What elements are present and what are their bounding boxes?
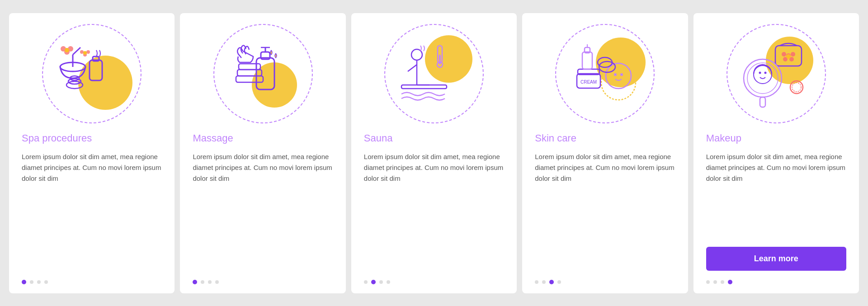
dots-row-makeup	[706, 280, 732, 284]
card-body-massage: Lorem ipsum dolor sit dim amet, mea regi…	[193, 151, 333, 271]
dots-row-skincare	[535, 280, 561, 284]
dot-0	[364, 280, 368, 284]
dot-active	[728, 280, 732, 284]
card-body-spa: Lorem ipsum dolor sit dim amet, mea regi…	[22, 151, 162, 271]
dashed-border-skincare	[555, 24, 655, 123]
dot-active	[371, 280, 376, 284]
dot-0	[535, 280, 538, 284]
card-title-skincare: Skin care	[535, 132, 675, 144]
dashed-border-massage	[213, 24, 313, 123]
card-makeup: Makeup Lorem ipsum dolor sit dim amet, m…	[693, 13, 859, 293]
card-spa: Spa procedures Lorem ipsum dolor sit dim…	[9, 13, 175, 293]
dots-row-spa	[22, 280, 48, 284]
dot-active	[193, 280, 197, 284]
icon-area-makeup	[706, 24, 846, 123]
icon-wrap-sauna	[384, 24, 484, 123]
dot-0	[706, 280, 710, 284]
dot-active	[549, 280, 554, 284]
dots-row-sauna	[364, 280, 390, 284]
dashed-border-spa	[42, 24, 142, 123]
icon-area-spa	[22, 24, 162, 123]
dot-1	[542, 280, 546, 284]
dot-3	[387, 280, 390, 284]
card-body-makeup: Lorem ipsum dolor sit dim amet, mea regi…	[706, 151, 846, 240]
card-title-massage: Massage	[193, 132, 333, 144]
dots-row-massage	[193, 280, 219, 284]
card-body-sauna: Lorem ipsum dolor sit dim amet, mea regi…	[364, 151, 504, 271]
icon-wrap-massage	[213, 24, 313, 123]
dot-1	[713, 280, 717, 284]
dot-1	[201, 280, 204, 284]
card-skincare: CREAM Skin care Lorem ipsum dolor sit di…	[522, 13, 688, 293]
dot-3	[44, 280, 48, 284]
dot-2	[208, 280, 212, 284]
dashed-border-makeup	[726, 24, 826, 123]
card-title-makeup: Makeup	[706, 132, 846, 144]
icon-area-sauna	[364, 24, 504, 123]
cards-container: Spa procedures Lorem ipsum dolor sit dim…	[9, 13, 859, 293]
card-sauna: Sauna Lorem ipsum dolor sit dim amet, me…	[351, 13, 517, 293]
card-massage: Massage Lorem ipsum dolor sit dim amet, …	[180, 13, 345, 293]
icon-area-massage	[193, 24, 333, 123]
dot-2	[379, 280, 383, 284]
dot-3	[215, 280, 219, 284]
dot-1	[30, 280, 33, 284]
dot-2	[721, 280, 724, 284]
dot-active	[22, 280, 26, 284]
card-title-spa: Spa procedures	[22, 132, 162, 144]
dot-2	[37, 280, 41, 284]
card-body-skincare: Lorem ipsum dolor sit dim amet, mea regi…	[535, 151, 675, 271]
dot-3	[557, 280, 561, 284]
card-title-sauna: Sauna	[364, 132, 504, 144]
icon-wrap-makeup	[726, 24, 826, 123]
icon-wrap-spa	[42, 24, 142, 123]
dashed-border-sauna	[384, 24, 484, 123]
icon-wrap-skincare: CREAM	[555, 24, 655, 123]
learn-more-button[interactable]: Learn more	[706, 247, 846, 271]
icon-area-skincare: CREAM	[535, 24, 675, 123]
